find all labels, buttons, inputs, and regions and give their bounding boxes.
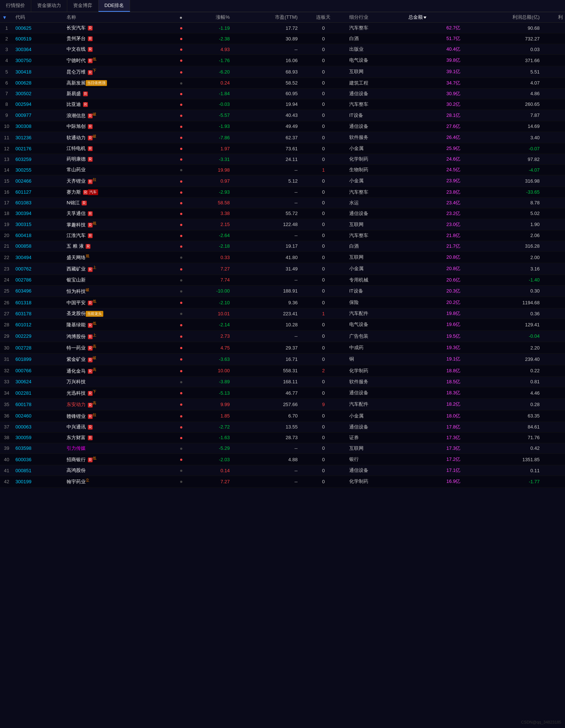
cell-code[interactable]: 000625 bbox=[13, 23, 64, 33]
cell-name[interactable]: 天孚通信 R bbox=[64, 208, 177, 219]
cell-code[interactable]: 300255 bbox=[13, 165, 64, 175]
cell-change: 0.24 bbox=[186, 78, 232, 88]
cell-code[interactable]: 000977 bbox=[13, 110, 64, 121]
cell-code[interactable]: 601083 bbox=[13, 197, 64, 208]
cell-code[interactable]: 601012 bbox=[13, 319, 64, 330]
cell-name[interactable]: 引力传媒 bbox=[64, 443, 177, 453]
cell-name[interactable]: 隆基绿能 R低 bbox=[64, 319, 177, 330]
cell-code[interactable]: 601127 bbox=[13, 187, 64, 197]
cell-name[interactable]: 东安动力 R高 bbox=[64, 399, 177, 410]
cell-name[interactable]: 昆仑万维 R下 bbox=[64, 66, 177, 78]
cell-code[interactable]: 601318 bbox=[13, 297, 64, 308]
header-star: ● bbox=[177, 12, 186, 23]
cell-code[interactable]: 300199 bbox=[13, 476, 64, 487]
cell-code[interactable]: 601899 bbox=[13, 354, 64, 365]
cell-name[interactable]: 赛力斯 R汽车 bbox=[64, 187, 177, 197]
cell-code[interactable]: 600178 bbox=[13, 399, 64, 410]
cell-code[interactable]: 002460 bbox=[13, 410, 64, 422]
cell-name[interactable]: 中兴通讯 R bbox=[64, 422, 177, 432]
cell-name[interactable]: 常山药业 bbox=[64, 165, 177, 175]
cell-name[interactable]: 五 粮 液 R bbox=[64, 241, 177, 251]
cell-name[interactable]: 万兴科技 bbox=[64, 376, 177, 387]
cell-name[interactable]: 江淮汽车 R bbox=[64, 230, 177, 241]
cell-lianban: 0 bbox=[300, 219, 347, 230]
cell-name[interactable]: 鸿博股份 R上 bbox=[64, 330, 177, 342]
cell-name[interactable]: 软通动力 R破 bbox=[64, 132, 177, 143]
tab-dde-rank[interactable]: DDE排名 bbox=[99, 0, 130, 12]
cell-code[interactable]: 300059 bbox=[13, 432, 64, 443]
cell-name[interactable]: 翰宇药业立 bbox=[64, 476, 177, 487]
cell-name[interactable]: 招商银行 R低 bbox=[64, 453, 177, 465]
cell-name[interactable]: 圣龙股份当前龙头 bbox=[64, 308, 177, 319]
cell-star bbox=[177, 44, 186, 55]
cell-code[interactable]: 300308 bbox=[13, 121, 64, 132]
cell-lianban: 0 bbox=[300, 354, 347, 365]
cell-name[interactable]: 特一药业 R高 bbox=[64, 342, 177, 353]
cell-code[interactable]: 300624 bbox=[13, 376, 64, 387]
cell-code[interactable]: 002728 bbox=[13, 342, 64, 353]
cell-code[interactable]: 600418 bbox=[13, 230, 64, 241]
tab-market-price[interactable]: 行情报价 bbox=[0, 0, 31, 12]
cell-name[interactable]: 中文在线 R bbox=[64, 44, 177, 55]
cell-code[interactable]: 300394 bbox=[13, 208, 64, 219]
cell-name[interactable]: 江特电机 R bbox=[64, 143, 177, 154]
cell-code[interactable]: 000858 bbox=[13, 241, 64, 251]
cell-name[interactable]: 新易盛 R bbox=[64, 88, 177, 99]
cell-code[interactable]: 300364 bbox=[13, 44, 64, 55]
cell-name[interactable]: 赣锋锂业 R拉 bbox=[64, 410, 177, 422]
cell-name[interactable]: 光迅科技 R下 bbox=[64, 387, 177, 398]
cell-name[interactable]: 宁德时代 R低 bbox=[64, 55, 177, 66]
cell-name[interactable]: 东方财富 R bbox=[64, 432, 177, 443]
header-totalamt[interactable]: 总金额 bbox=[406, 12, 462, 23]
cell-code[interactable]: 000851 bbox=[13, 465, 64, 476]
cell-name[interactable]: N锦江 R bbox=[64, 197, 177, 208]
header-rank[interactable]: ▼ bbox=[0, 12, 13, 23]
cell-code[interactable]: 300494 bbox=[13, 251, 64, 263]
cell-code[interactable]: 600519 bbox=[13, 33, 64, 44]
cell-name[interactable]: 中际旭创 R bbox=[64, 121, 177, 132]
cell-code[interactable]: 002281 bbox=[13, 387, 64, 398]
cell-name[interactable]: 掌趣科技 R视 bbox=[64, 219, 177, 230]
cell-name[interactable]: 通化金马 R高 bbox=[64, 365, 177, 376]
cell-code[interactable]: 600036 bbox=[13, 453, 64, 465]
tab-capital-drive[interactable]: 资金驱动力 bbox=[31, 0, 67, 12]
cell-code[interactable]: 002594 bbox=[13, 99, 64, 110]
cell-name[interactable]: 高鸿股份 bbox=[64, 465, 177, 476]
annotation: 视 bbox=[93, 221, 96, 225]
cell-code[interactable]: 603259 bbox=[13, 154, 64, 165]
cell-code[interactable]: 002466 bbox=[13, 175, 64, 187]
cell-name[interactable]: 高新发展当日依然强 bbox=[64, 78, 177, 88]
cell-code[interactable]: 603598 bbox=[13, 443, 64, 453]
cell-code[interactable]: 002176 bbox=[13, 143, 64, 154]
cell-name[interactable]: 药明康德 R bbox=[64, 154, 177, 165]
cell-code[interactable]: 300750 bbox=[13, 55, 64, 66]
cell-name[interactable]: 盛天网络视 bbox=[64, 251, 177, 263]
cell-code[interactable]: 603178 bbox=[13, 308, 64, 319]
cell-code[interactable]: 300502 bbox=[13, 88, 64, 99]
cell-name[interactable]: 浪潮信息 R破 bbox=[64, 110, 177, 121]
cell-name[interactable]: 中国平安 R低 bbox=[64, 297, 177, 308]
cell-code[interactable]: 000762 bbox=[13, 263, 64, 275]
cell-industry: 电气设备 bbox=[347, 55, 406, 66]
cell-code[interactable]: 002229 bbox=[13, 330, 64, 342]
cell-name[interactable]: 恒为科技破 bbox=[64, 285, 177, 297]
cell-code[interactable]: 300315 bbox=[13, 219, 64, 230]
header-change[interactable]: 涨幅% bbox=[186, 12, 232, 23]
cell-name[interactable]: 比亚迪 R bbox=[64, 99, 177, 110]
cell-code[interactable]: 000766 bbox=[13, 365, 64, 376]
cell-code[interactable]: 301236 bbox=[13, 132, 64, 143]
tab-capital-game[interactable]: 资金博弈 bbox=[67, 0, 99, 12]
cell-code[interactable]: 300418 bbox=[13, 66, 64, 78]
cell-code[interactable]: 603496 bbox=[13, 285, 64, 297]
cell-pe: -- bbox=[232, 187, 300, 197]
cell-code[interactable]: 002786 bbox=[13, 275, 64, 285]
cell-code[interactable]: 000063 bbox=[13, 422, 64, 432]
cell-name[interactable]: 银宝山新 bbox=[64, 275, 177, 285]
cell-code[interactable]: 000628 bbox=[13, 78, 64, 88]
cell-name[interactable]: 长安汽车 R bbox=[64, 23, 177, 33]
cell-name[interactable]: 贵州茅台 R bbox=[64, 33, 177, 44]
cell-rank: 38 bbox=[0, 432, 13, 443]
cell-name[interactable]: 紫金矿业 R破 bbox=[64, 354, 177, 365]
cell-name[interactable]: 西藏矿业 R上 bbox=[64, 263, 177, 275]
cell-name[interactable]: 天齐锂业 R拉 bbox=[64, 175, 177, 187]
